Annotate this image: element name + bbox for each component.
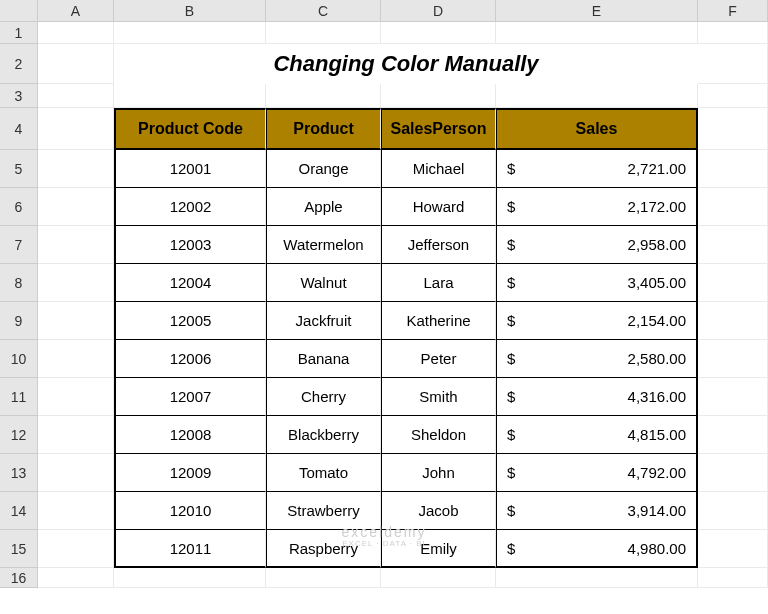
cell-F16[interactable] — [698, 568, 768, 588]
cell-F6[interactable] — [698, 188, 768, 226]
table-row[interactable]: 12009 — [114, 454, 266, 492]
row-header-15[interactable]: 15 — [0, 530, 38, 568]
cell-F9[interactable] — [698, 302, 768, 340]
table-row[interactable]: 12005 — [114, 302, 266, 340]
cell-F10[interactable] — [698, 340, 768, 378]
spreadsheet-grid[interactable]: A B C D E F 1 2 Changing Color Manually … — [0, 0, 768, 588]
cell-A8[interactable] — [38, 264, 114, 302]
row-header-11[interactable]: 11 — [0, 378, 38, 416]
row-header-10[interactable]: 10 — [0, 340, 38, 378]
cell-A13[interactable] — [38, 454, 114, 492]
table-row[interactable]: $2,172.00 — [496, 188, 698, 226]
table-row[interactable]: 12003 — [114, 226, 266, 264]
table-row[interactable]: Tomato — [266, 454, 381, 492]
table-row[interactable]: Strawberry — [266, 492, 381, 530]
table-row[interactable]: Orange — [266, 150, 381, 188]
cell-A3[interactable] — [38, 84, 114, 108]
row-header-13[interactable]: 13 — [0, 454, 38, 492]
row-header-6[interactable]: 6 — [0, 188, 38, 226]
cell-E3[interactable] — [496, 84, 698, 108]
table-row[interactable]: 12006 — [114, 340, 266, 378]
table-row[interactable]: Howard — [381, 188, 496, 226]
row-header-9[interactable]: 9 — [0, 302, 38, 340]
title-cell[interactable]: Changing Color Manually — [114, 44, 698, 84]
cell-A15[interactable] — [38, 530, 114, 568]
table-row[interactable]: 12007 — [114, 378, 266, 416]
table-row[interactable]: $3,405.00 — [496, 264, 698, 302]
cell-F1[interactable] — [698, 22, 768, 44]
row-header-2[interactable]: 2 — [0, 44, 38, 84]
cell-A4[interactable] — [38, 108, 114, 150]
table-row[interactable]: 12002 — [114, 188, 266, 226]
cell-F13[interactable] — [698, 454, 768, 492]
table-row[interactable]: Raspberry — [266, 530, 381, 568]
table-row[interactable]: $4,792.00 — [496, 454, 698, 492]
table-row[interactable]: Watermelon — [266, 226, 381, 264]
table-row[interactable]: $2,580.00 — [496, 340, 698, 378]
table-row[interactable]: Walnut — [266, 264, 381, 302]
cell-B3[interactable] — [114, 84, 266, 108]
cell-B16[interactable] — [114, 568, 266, 588]
cell-A12[interactable] — [38, 416, 114, 454]
table-row[interactable]: Jacob — [381, 492, 496, 530]
row-header-8[interactable]: 8 — [0, 264, 38, 302]
cell-A2[interactable] — [38, 44, 114, 84]
table-row[interactable]: Peter — [381, 340, 496, 378]
cell-D16[interactable] — [381, 568, 496, 588]
col-header-C[interactable]: C — [266, 0, 381, 22]
cell-A5[interactable] — [38, 150, 114, 188]
table-row[interactable]: $4,815.00 — [496, 416, 698, 454]
cell-F2[interactable] — [698, 44, 768, 84]
cell-A7[interactable] — [38, 226, 114, 264]
row-header-14[interactable]: 14 — [0, 492, 38, 530]
cell-C16[interactable] — [266, 568, 381, 588]
table-row[interactable]: 12011 — [114, 530, 266, 568]
row-header-7[interactable]: 7 — [0, 226, 38, 264]
col-header-D[interactable]: D — [381, 0, 496, 22]
cell-A10[interactable] — [38, 340, 114, 378]
row-header-4[interactable]: 4 — [0, 108, 38, 150]
table-row[interactable]: $2,154.00 — [496, 302, 698, 340]
table-row[interactable]: John — [381, 454, 496, 492]
table-header-product[interactable]: Product — [266, 108, 381, 150]
cell-D3[interactable] — [381, 84, 496, 108]
col-header-F[interactable]: F — [698, 0, 768, 22]
table-header-salesperson[interactable]: SalesPerson — [381, 108, 496, 150]
table-header-sales[interactable]: Sales — [496, 108, 698, 150]
cell-A16[interactable] — [38, 568, 114, 588]
table-row[interactable]: 12004 — [114, 264, 266, 302]
table-row[interactable]: $2,721.00 — [496, 150, 698, 188]
cell-A11[interactable] — [38, 378, 114, 416]
col-header-E[interactable]: E — [496, 0, 698, 22]
table-row[interactable]: $4,316.00 — [496, 378, 698, 416]
cell-F15[interactable] — [698, 530, 768, 568]
table-row[interactable]: Apple — [266, 188, 381, 226]
table-row[interactable]: Sheldon — [381, 416, 496, 454]
row-header-1[interactable]: 1 — [0, 22, 38, 44]
table-row[interactable]: Cherry — [266, 378, 381, 416]
cell-A1[interactable] — [38, 22, 114, 44]
cell-C3[interactable] — [266, 84, 381, 108]
table-row[interactable]: Jefferson — [381, 226, 496, 264]
table-row[interactable]: $4,980.00 — [496, 530, 698, 568]
row-header-12[interactable]: 12 — [0, 416, 38, 454]
cell-F8[interactable] — [698, 264, 768, 302]
table-row[interactable]: 12010 — [114, 492, 266, 530]
cell-F14[interactable] — [698, 492, 768, 530]
table-row[interactable]: Lara — [381, 264, 496, 302]
cell-F3[interactable] — [698, 84, 768, 108]
select-all-corner[interactable] — [0, 0, 38, 22]
col-header-B[interactable]: B — [114, 0, 266, 22]
cell-F5[interactable] — [698, 150, 768, 188]
cell-A9[interactable] — [38, 302, 114, 340]
table-row[interactable]: Smith — [381, 378, 496, 416]
cell-E16[interactable] — [496, 568, 698, 588]
cell-F11[interactable] — [698, 378, 768, 416]
table-header-code[interactable]: Product Code — [114, 108, 266, 150]
cell-F7[interactable] — [698, 226, 768, 264]
table-row[interactable]: 12001 — [114, 150, 266, 188]
table-row[interactable]: Michael — [381, 150, 496, 188]
cell-B1[interactable] — [114, 22, 266, 44]
table-row[interactable]: 12008 — [114, 416, 266, 454]
cell-F12[interactable] — [698, 416, 768, 454]
